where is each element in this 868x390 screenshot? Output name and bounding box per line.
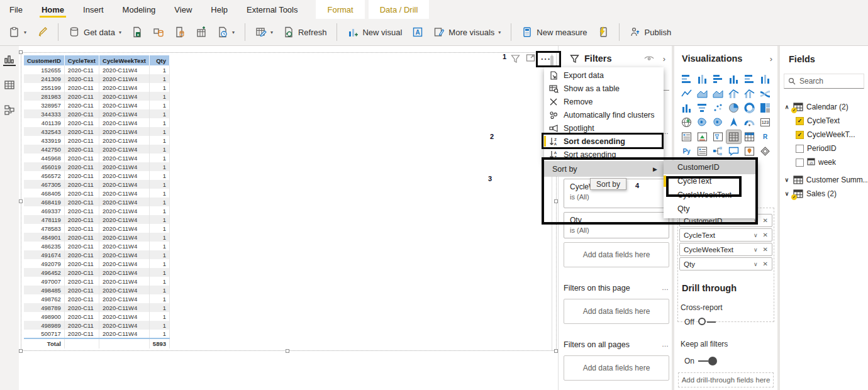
menu-tab-help[interactable]: Help: [201, 0, 237, 19]
resize-handle[interactable]: [19, 199, 23, 203]
fields-table-calendar-2-[interactable]: ∧✓Calendar (2): [780, 100, 868, 114]
fields-field-week[interactable]: 15week: [780, 155, 868, 169]
field-dropdown-icon[interactable]: ∨: [754, 261, 758, 267]
collapse-icon[interactable]: ∧: [784, 104, 790, 110]
new-measure-button[interactable]: New measure: [518, 23, 591, 41]
table-row[interactable]: 5007172020-C112020-C11W41: [24, 330, 170, 338]
quick-measure-button[interactable]: [594, 23, 613, 41]
model-view-button[interactable]: [3, 104, 16, 116]
matrix-icon[interactable]: [742, 130, 757, 143]
dataverse-button[interactable]: [170, 23, 189, 41]
table-row[interactable]: 4964522020-C112020-C11W41: [24, 268, 170, 277]
section-more-icon[interactable]: …: [662, 284, 669, 292]
fields-field-cycleweekt-[interactable]: ✓CycleWeekT...: [780, 128, 868, 142]
menu-tab-file[interactable]: File: [0, 0, 32, 19]
add-data-fields-dropzone[interactable]: Add data fields here: [564, 242, 669, 267]
table-row[interactable]: 2413092020-C112020-C11W41: [24, 74, 170, 83]
donut-chart-icon[interactable]: [742, 101, 757, 114]
decomposition-tree-icon[interactable]: [711, 145, 725, 158]
table-row[interactable]: 4987622020-C112020-C11W41: [24, 294, 170, 303]
table-row[interactable]: 4693372020-C112020-C11W41: [24, 206, 170, 215]
report-view-button[interactable]: [3, 53, 16, 66]
area-chart-icon[interactable]: [695, 87, 709, 100]
gauge-icon[interactable]: [742, 116, 757, 129]
table-row[interactable]: 4862352020-C112020-C11W41: [24, 242, 170, 250]
excel-workbook-button[interactable]: x: [128, 23, 147, 41]
expand-icon[interactable]: ∨: [784, 191, 790, 197]
waterfall-chart-icon[interactable]: [679, 101, 694, 114]
field-checkbox[interactable]: ✓: [796, 117, 804, 125]
recent-sources-button[interactable]: ▾: [213, 23, 238, 41]
azure-map-icon[interactable]: [726, 116, 741, 129]
fields-field-periodid[interactable]: PeriodID: [780, 142, 868, 155]
map-icon[interactable]: [679, 116, 694, 129]
remove-field-icon[interactable]: ✕: [763, 231, 768, 238]
refresh-button[interactable]: Refresh: [279, 23, 331, 41]
fields-table-sales-2-[interactable]: ∨✓Sales (2): [780, 187, 868, 201]
value-field-pill-cycletext[interactable]: CycleText∨✕: [679, 228, 772, 242]
eye-icon[interactable]: [644, 55, 654, 62]
clustered-column-chart-icon[interactable]: [726, 72, 741, 86]
stacked-column-chart-icon[interactable]: [695, 72, 709, 86]
table-row[interactable]: 4560192020-C112020-C11W41: [24, 162, 170, 171]
column-header-cycleweektext[interactable]: CycleWeekText: [99, 55, 150, 65]
add-drill-through-dropzone[interactable]: Add drill-through fields here: [678, 372, 774, 387]
field-checkbox[interactable]: [796, 159, 804, 167]
stacked-bar-chart-icon[interactable]: [679, 72, 694, 86]
table-row[interactable]: 2819832020-C112020-C11W41: [24, 92, 170, 101]
fields-field-cycletext[interactable]: ✓CycleText: [780, 114, 868, 128]
clustered-bar-chart-icon[interactable]: [711, 72, 725, 86]
shape-map-icon[interactable]: [711, 116, 725, 129]
menu-item-show-as-a-table[interactable]: Show as a table: [544, 82, 664, 95]
menu-item-sort-descending[interactable]: ZASort descending: [544, 135, 664, 148]
resize-handle[interactable]: [19, 50, 23, 54]
field-dropdown-icon[interactable]: ∨: [754, 247, 758, 253]
table-row[interactable]: 4011392020-C112020-C11W41: [24, 118, 170, 127]
collapse-pane-icon[interactable]: ›: [770, 54, 772, 64]
menu-tab-insert[interactable]: Insert: [74, 0, 113, 19]
remove-field-icon[interactable]: ✕: [763, 246, 768, 253]
menu-tab-external-tools[interactable]: External Tools: [237, 0, 307, 19]
report-canvas[interactable]: CustomerIDCycleTextCycleWeekTextQty 1526…: [19, 46, 558, 390]
power-apps-icon[interactable]: [758, 145, 772, 158]
menu-item-sort-ascending[interactable]: AZSort ascending: [544, 148, 664, 161]
transform-data-button[interactable]: ▾: [252, 23, 277, 41]
table-row[interactable]: 4989002020-C112020-C11W41: [24, 312, 170, 321]
multi-row-card-icon[interactable]: [679, 130, 694, 143]
qa-visual-icon[interactable]: [726, 145, 741, 158]
ribbon-chart-icon[interactable]: [758, 87, 772, 100]
remove-field-icon[interactable]: ✕: [763, 217, 768, 224]
scatter-chart-icon[interactable]: [711, 101, 725, 114]
column-header-qty[interactable]: Qty: [149, 55, 169, 65]
fields-table-customer-summ-[interactable]: ∨Customer Summ...: [780, 173, 868, 187]
data-hub-button[interactable]: [149, 23, 168, 41]
menu-item-spotlight[interactable]: Spotlight: [544, 121, 664, 135]
menu-item-sort-by[interactable]: Sort by ▶: [544, 161, 664, 177]
data-view-button[interactable]: [3, 79, 16, 91]
table-row[interactable]: 4565722020-C112020-C11W41: [24, 171, 170, 180]
table-row[interactable]: 1526552020-C112020-C11W41: [24, 65, 170, 74]
card-icon[interactable]: 123: [758, 116, 772, 129]
field-dropdown-icon[interactable]: ∨: [754, 232, 758, 238]
menu-tab-modeling[interactable]: Modeling: [113, 0, 165, 19]
paste-button[interactable]: ▾: [5, 23, 30, 41]
kpi-icon[interactable]: [695, 130, 709, 143]
field-checkbox[interactable]: [796, 145, 804, 153]
more-visuals-button[interactable]: More visuals▾: [430, 23, 504, 41]
field-dropdown-icon[interactable]: ∨: [754, 218, 758, 224]
table-row[interactable]: 4916742020-C112020-C11W41: [24, 250, 170, 259]
r-script-visual-icon[interactable]: R: [758, 130, 772, 143]
table-row[interactable]: 4989892020-C112020-C11W41: [24, 321, 170, 330]
more-options-button[interactable]: ···: [541, 54, 551, 64]
paginated-report-icon[interactable]: [695, 145, 709, 158]
section-more-icon[interactable]: …: [662, 340, 669, 349]
get-data-button[interactable]: Get data▾: [65, 23, 125, 41]
filter-card-qty[interactable]: Qty is (All): [564, 212, 669, 238]
add-data-fields-dropzone[interactable]: Add data fields here: [564, 355, 669, 381]
line-clustered-column-chart-icon[interactable]: [742, 87, 757, 100]
text-box-button[interactable]: A: [408, 23, 427, 41]
100-stacked-bar-chart-icon[interactable]: [742, 72, 757, 86]
table-row[interactable]: 4849012020-C112020-C11W41: [24, 233, 170, 242]
cross-report-toggle[interactable]: Off: [684, 318, 717, 326]
menu-item-export-data[interactable]: Export data: [544, 69, 664, 82]
